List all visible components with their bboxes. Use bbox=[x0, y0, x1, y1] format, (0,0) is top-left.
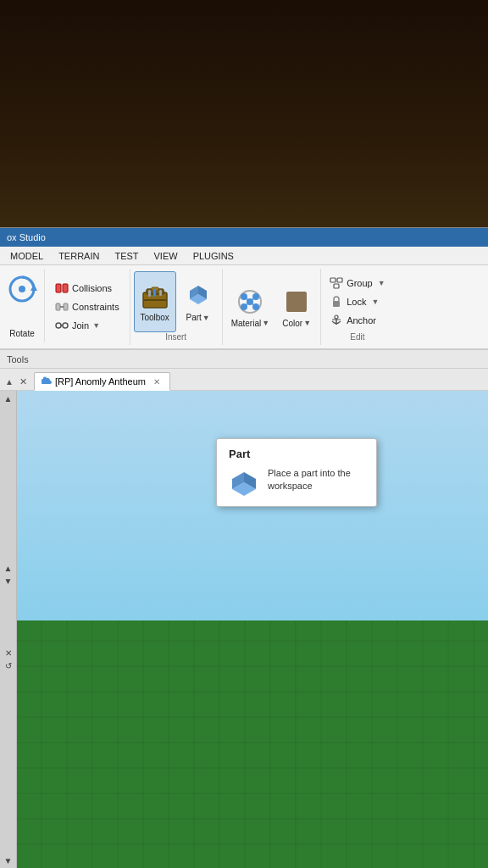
menu-bar: MODEL TERRAIN TEST VIEW PLUGINS bbox=[0, 247, 488, 265]
left-toolbar: ▲ ▼ bbox=[0, 391, 17, 868]
svg-rect-32 bbox=[330, 278, 336, 282]
scroll-up-arrow-2[interactable]: ▲ bbox=[4, 564, 13, 573]
window-titlebar: ox Studio bbox=[0, 228, 488, 247]
group-label: Group bbox=[347, 278, 373, 288]
tools-bar: Tools bbox=[0, 350, 488, 369]
material-icon bbox=[235, 287, 265, 317]
viewport-sky bbox=[17, 391, 488, 639]
tooltip-body: Place a part into the workspace bbox=[229, 467, 364, 498]
tab-close-button[interactable]: ✕ bbox=[151, 376, 163, 387]
part-icon bbox=[183, 281, 214, 311]
close-panel-button[interactable]: ✕ bbox=[5, 648, 12, 658]
material-button[interactable]: Material ▼ bbox=[226, 276, 275, 337]
join-arrow[interactable]: ▼ bbox=[92, 321, 100, 330]
rotate-icon bbox=[7, 274, 37, 304]
tools-label: Tools bbox=[7, 354, 29, 364]
scroll-down-arrow-2[interactable]: ▼ bbox=[4, 576, 13, 586]
svg-rect-34 bbox=[334, 284, 339, 288]
svg-point-2 bbox=[19, 286, 25, 292]
svg-rect-15 bbox=[148, 290, 151, 297]
svg-point-10 bbox=[63, 323, 68, 328]
rotate-button[interactable]: Rotate bbox=[0, 269, 45, 343]
toolbox-button[interactable]: Toolbox bbox=[134, 271, 176, 332]
collisions-label: Collisions bbox=[72, 283, 112, 293]
anchor-icon bbox=[330, 314, 343, 327]
svg-point-8 bbox=[56, 323, 61, 328]
menu-terrain[interactable]: TERRAIN bbox=[52, 249, 106, 263]
color-button[interactable]: Color ▼ bbox=[276, 276, 317, 337]
viewport-ground bbox=[17, 620, 488, 868]
anchor-label: Anchor bbox=[347, 315, 376, 326]
join-label: Join bbox=[72, 320, 89, 331]
doc-tabs: ▲ ✕ [RP] Anomly Antheum ✕ bbox=[0, 369, 488, 391]
refresh-button[interactable]: ↺ bbox=[5, 661, 12, 670]
menu-view[interactable]: VIEW bbox=[147, 249, 185, 263]
constraints-icon bbox=[55, 300, 69, 314]
lock-button[interactable]: Lock ▼ bbox=[326, 293, 389, 310]
title-bar-background bbox=[0, 0, 488, 237]
svg-rect-14 bbox=[143, 299, 167, 301]
tooltip-title: Part bbox=[229, 448, 364, 460]
tab-close-icon[interactable]: ✕ bbox=[17, 373, 29, 390]
color-label: Color bbox=[282, 319, 302, 328]
tab-scroll-up[interactable]: ▲ bbox=[3, 373, 15, 390]
app-window: ox Studio MODEL TERRAIN TEST VIEW PLUGIN… bbox=[0, 227, 488, 868]
svg-rect-6 bbox=[64, 303, 68, 310]
left-toolbar-actions: ✕ ↺ bbox=[0, 645, 17, 674]
lock-label: Lock bbox=[347, 297, 366, 307]
svg-rect-16 bbox=[153, 289, 156, 297]
doc-tab-anomly[interactable]: [RP] Anomly Antheum ✕ bbox=[34, 372, 170, 391]
svg-rect-4 bbox=[63, 284, 68, 292]
color-icon bbox=[281, 287, 312, 317]
menu-model[interactable]: MODEL bbox=[3, 249, 50, 263]
doc-tab-label: [RP] Anomly Antheum bbox=[55, 376, 146, 387]
lock-icon bbox=[330, 295, 343, 309]
group-arrow[interactable]: ▼ bbox=[378, 279, 385, 287]
material-label: Material bbox=[231, 319, 262, 328]
toolbox-label: Toolbox bbox=[140, 313, 169, 322]
collisions-button[interactable]: Collisions bbox=[52, 280, 123, 297]
tooltip-popup: Part Place a part into the workspace bbox=[216, 438, 377, 507]
ribbon: Rotate Collisions bbox=[0, 265, 488, 350]
edit-section-label: Edit bbox=[326, 332, 389, 343]
svg-rect-17 bbox=[159, 290, 162, 296]
svg-marker-1 bbox=[30, 284, 37, 291]
join-button[interactable]: Join ▼ bbox=[52, 317, 123, 334]
svg-rect-31 bbox=[286, 292, 307, 312]
constraints-label: Constraints bbox=[72, 302, 119, 312]
insert-section-label: Insert bbox=[165, 332, 186, 343]
collisions-icon bbox=[55, 281, 69, 295]
tooltip-description: Place a part into the workspace bbox=[268, 467, 364, 493]
part-label: Part bbox=[186, 313, 202, 322]
tooltip-cube-icon bbox=[229, 467, 259, 498]
constraints-button[interactable]: Constraints bbox=[52, 298, 123, 315]
group-button[interactable]: Group ▼ bbox=[326, 275, 389, 292]
rotate-label: Rotate bbox=[9, 329, 34, 338]
part-dropdown-arrow[interactable]: ▼ bbox=[202, 314, 210, 322]
cloud-icon bbox=[42, 376, 52, 387]
scroll-up-arrow[interactable]: ▲ bbox=[4, 394, 13, 403]
toolbox-icon bbox=[140, 281, 170, 311]
viewport-container: ▲ ▼ Part Place a part into bbox=[0, 391, 488, 868]
menu-test[interactable]: TEST bbox=[108, 249, 145, 263]
svg-rect-33 bbox=[337, 278, 342, 282]
part-button[interactable]: Part ▼ bbox=[178, 271, 219, 332]
scroll-down-arrow[interactable]: ▼ bbox=[4, 856, 13, 865]
anchor-button[interactable]: Anchor bbox=[326, 312, 389, 329]
svg-rect-3 bbox=[56, 284, 61, 292]
menu-plugins[interactable]: PLUGINS bbox=[186, 249, 241, 263]
group-icon bbox=[330, 276, 343, 290]
svg-rect-35 bbox=[333, 301, 340, 307]
lock-arrow[interactable]: ▼ bbox=[371, 298, 379, 306]
material-arrow[interactable]: ▼ bbox=[262, 319, 269, 327]
window-title: ox Studio bbox=[7, 232, 46, 242]
svg-rect-5 bbox=[56, 303, 60, 310]
svg-point-36 bbox=[335, 315, 338, 319]
color-arrow[interactable]: ▼ bbox=[303, 319, 311, 327]
left-toolbar-lower: ▲ ▼ bbox=[0, 560, 17, 589]
join-icon bbox=[55, 319, 69, 332]
